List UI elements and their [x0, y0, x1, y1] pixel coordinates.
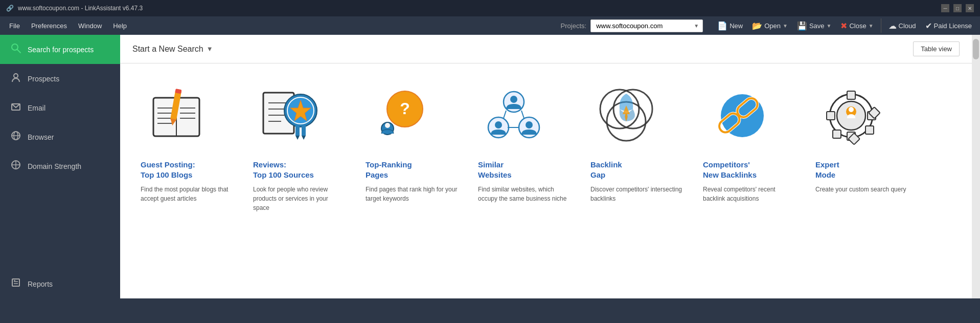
card-icon-guest-posting — [141, 80, 212, 152]
card-desc-backlink-gap: Discover competitors' intersecting backl… — [590, 185, 682, 203]
search-icon — [10, 43, 21, 56]
svg-point-39 — [385, 123, 390, 128]
paid-license-button[interactable]: ✔ Paid License — [921, 19, 976, 33]
projects-label: Projects: — [561, 22, 587, 30]
paid-license-icon: ✔ — [925, 21, 932, 31]
svg-point-43 — [495, 121, 502, 128]
sidebar-item-domain-strength[interactable]: Domain Strength — [0, 152, 120, 181]
open-arrow-icon: ▼ — [783, 23, 788, 29]
table-view-button[interactable]: Table view — [913, 41, 960, 56]
email-icon — [10, 101, 21, 114]
start-new-search-button[interactable]: Start a New Search ▼ — [132, 45, 213, 54]
card-desc-expert-mode: Create your custom search query — [815, 185, 906, 194]
svg-rect-63 — [827, 112, 835, 120]
card-backlink-gap[interactable]: BacklinkGap Discover competitors' inters… — [590, 80, 682, 203]
card-title-expert-mode: ExpertMode — [815, 160, 839, 180]
card-title-similar-websites: SimilarWebsites — [478, 160, 512, 180]
sidebar-item-browser[interactable]: Browser — [0, 122, 120, 152]
new-button[interactable]: 📄 New — [713, 19, 747, 33]
card-icon-expert-mode — [815, 80, 887, 152]
close-arrow-icon: ▼ — [869, 23, 874, 29]
card-similar-websites[interactable]: SimilarWebsites Find similar websites, w… — [478, 80, 570, 203]
svg-rect-67 — [833, 130, 841, 138]
card-expert-mode[interactable]: ExpertMode Create your custom search que… — [815, 80, 907, 194]
content-area: Start a New Search ▼ Table view — [120, 35, 972, 298]
title-bar-left: 🔗 www.softocoupon.com - LinkAssistant v6… — [6, 5, 143, 12]
card-title-top-ranking: Top-RankingPages — [366, 160, 412, 180]
card-icon-top-ranking: ? — [366, 80, 437, 152]
svg-rect-65 — [865, 126, 874, 134]
menu-help[interactable]: Help — [108, 20, 132, 32]
svg-rect-33 — [302, 124, 306, 136]
sidebar-label-prospects: Prospects — [28, 75, 59, 83]
content-header: Start a New Search ▼ Table view — [120, 35, 972, 63]
svg-text:?: ? — [400, 99, 410, 118]
svg-rect-8 — [12, 279, 19, 286]
main-layout: Search for prospects Prospects Email — [0, 35, 980, 298]
scrollbar-thumb[interactable] — [973, 39, 979, 59]
card-guest-posting[interactable]: Guest Posting:Top 100 Blogs Find the mos… — [141, 80, 233, 203]
sidebar-label-browser: Browser — [28, 133, 54, 141]
card-desc-competitors-backlinks: Reveal competitors' recent backlink acqu… — [703, 185, 795, 203]
dropdown-arrow-icon: ▼ — [207, 45, 213, 53]
sidebar-label-domain: Domain Strength — [28, 162, 81, 170]
project-select[interactable]: www.softocoupon.com — [590, 19, 703, 32]
svg-line-47 — [521, 111, 524, 118]
scrollbar-area — [972, 35, 980, 298]
user-icon — [10, 72, 21, 85]
open-button[interactable]: 📂 Open ▼ — [748, 19, 792, 33]
card-icon-competitors-backlinks — [703, 80, 774, 152]
new-icon: 📄 — [717, 21, 727, 31]
svg-marker-35 — [302, 136, 306, 140]
save-icon: 💾 — [797, 21, 807, 31]
menu-file[interactable]: File — [4, 20, 25, 32]
sidebar: Search for prospects Prospects Email — [0, 35, 120, 298]
card-title-reviews: Reviews:Top 100 Sources — [253, 160, 314, 180]
sidebar-label-search: Search for prospects — [28, 46, 94, 54]
sidebar-item-prospects[interactable]: Prospects — [0, 64, 120, 93]
reports-icon — [10, 277, 21, 290]
sidebar-item-email[interactable]: Email — [0, 93, 120, 122]
sidebar-item-search[interactable]: Search for prospects — [0, 35, 120, 64]
svg-point-69 — [849, 107, 854, 112]
cards-area: Guest Posting:Top 100 Blogs Find the mos… — [120, 63, 972, 298]
card-title-guest-posting: Guest Posting:Top 100 Blogs — [141, 160, 195, 180]
cloud-button[interactable]: ☁ Cloud — [884, 19, 920, 33]
project-select-wrapper[interactable]: www.softocoupon.com ▼ — [590, 19, 703, 32]
start-new-search-label: Start a New Search — [132, 45, 203, 54]
sidebar-label-reports: Reports — [28, 280, 53, 288]
card-icon-reviews — [253, 80, 325, 152]
card-reviews[interactable]: Reviews:Top 100 Sources Look for people … — [253, 80, 345, 212]
close-doc-icon: ✖ — [840, 21, 847, 31]
card-desc-reviews: Look for people who review products or s… — [253, 185, 345, 212]
save-button[interactable]: 💾 Save ▼ — [793, 19, 836, 33]
close-doc-button[interactable]: ✖ Close ▼ — [836, 19, 877, 33]
menu-bar: File Preferences Window Help Projects: w… — [0, 16, 980, 35]
card-desc-guest-posting: Find the most popular blogs that accept … — [141, 185, 233, 203]
svg-point-2 — [14, 74, 18, 78]
card-desc-top-ranking: Find pages that rank high for your targe… — [366, 185, 458, 203]
sidebar-item-reports[interactable]: Reports — [0, 269, 120, 298]
cloud-icon: ☁ — [888, 21, 897, 31]
card-title-backlink-gap: BacklinkGap — [590, 160, 622, 180]
restore-button[interactable]: □ — [953, 4, 962, 12]
svg-point-41 — [510, 96, 517, 103]
svg-marker-34 — [295, 136, 300, 140]
card-top-ranking[interactable]: ? Top-RankingPages Find pages that rank … — [366, 80, 458, 203]
menu-preferences[interactable]: Preferences — [26, 20, 72, 32]
app-icon: 🔗 — [6, 5, 14, 12]
domain-icon — [10, 160, 21, 173]
card-desc-similar-websites: Find similar websites, which occupy the … — [478, 185, 570, 203]
svg-line-1 — [17, 50, 20, 53]
svg-rect-32 — [295, 124, 300, 136]
minimize-button[interactable]: ─ — [941, 4, 949, 12]
svg-line-46 — [504, 111, 506, 118]
close-button[interactable]: ✕ — [966, 4, 974, 12]
card-icon-similar-websites — [478, 80, 550, 152]
sidebar-label-email: Email — [28, 104, 45, 112]
card-title-competitors-backlinks: Competitors'New Backlinks — [703, 160, 757, 180]
window-controls[interactable]: ─ □ ✕ — [941, 4, 974, 12]
title-bar: 🔗 www.softocoupon.com - LinkAssistant v6… — [0, 0, 980, 16]
menu-window[interactable]: Window — [73, 20, 107, 32]
card-competitors-backlinks[interactable]: Competitors'New Backlinks Reveal competi… — [703, 80, 795, 203]
